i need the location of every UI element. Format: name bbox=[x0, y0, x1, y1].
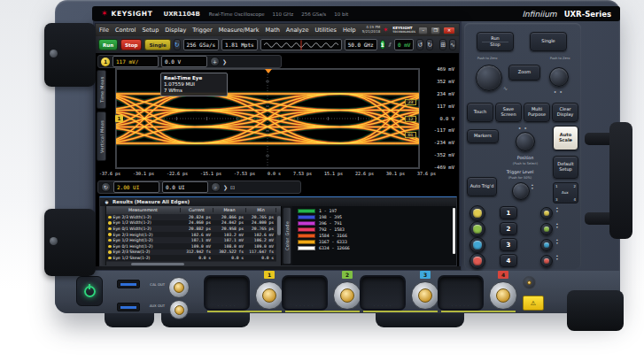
single-button[interactable]: Single bbox=[144, 39, 170, 50]
close-button[interactable]: ✕ bbox=[443, 27, 455, 35]
add-icon[interactable]: + bbox=[210, 57, 220, 66]
bandwidth-field[interactable]: 50.0 GHz bbox=[345, 39, 377, 50]
table-row[interactable]: Eye 1/2 Skew(1-2) 0.0 s 0.0 s 0.0 s bbox=[106, 255, 281, 261]
grid-settings-icon[interactable]: ⊞ bbox=[439, 39, 446, 50]
auto-scale-key[interactable]: Auto Scale bbox=[553, 126, 578, 150]
channel-scale-knob[interactable] bbox=[469, 237, 485, 253]
menu-item[interactable]: Trigger bbox=[192, 27, 212, 34]
channel-1-badge[interactable]: 1 bbox=[101, 58, 110, 66]
channel-scale-knob[interactable] bbox=[469, 221, 485, 237]
menu-item[interactable]: Utilities bbox=[314, 27, 336, 34]
touch-key[interactable]: Touch bbox=[467, 103, 493, 122]
auto-trigd-key[interactable]: Auto Trig'd bbox=[467, 177, 497, 196]
column-header[interactable]: Min bbox=[246, 208, 276, 212]
channel-on-off-key[interactable]: 1 bbox=[500, 206, 517, 219]
table-row[interactable]: Eye 0/1 Height(1-2) 109.0 mV 108.0 mV 10… bbox=[106, 243, 281, 250]
channel-offset-knob[interactable] bbox=[540, 239, 553, 251]
markers-key[interactable]: Markers bbox=[467, 129, 499, 143]
pan-icon[interactable]: ↻ bbox=[101, 182, 111, 192]
table-row[interactable]: Eye 1/2 Height(1-2) 107.1 mV 107.1 mV 10… bbox=[106, 237, 281, 243]
channel-offset-knob[interactable] bbox=[540, 207, 553, 219]
horizontal-position-knob[interactable] bbox=[549, 67, 569, 87]
column-header[interactable]: Mean bbox=[213, 208, 246, 212]
menu-item[interactable]: Help bbox=[343, 27, 356, 34]
usb-port[interactable] bbox=[117, 303, 140, 311]
waveform-settings-icon[interactable]: ∿ bbox=[449, 39, 456, 50]
waveform-display[interactable]: 1 Real-Time Eye 1.07559 MUI 7 Wfms 23 12… bbox=[115, 68, 420, 169]
column-header[interactable]: Current bbox=[181, 208, 213, 212]
color-grade-entry[interactable]: 198 - 395 bbox=[296, 214, 453, 220]
column-header[interactable]: Measurement bbox=[106, 208, 181, 212]
table-row[interactable]: Eye 2/3 Skew(1-2) 312.942 fs 302.522 fs … bbox=[106, 250, 281, 256]
save-screen-key[interactable]: Save Screen bbox=[495, 103, 522, 122]
hscale-field[interactable]: 2.00 UI bbox=[113, 181, 159, 193]
trigger-source-badge[interactable]: 1 bbox=[380, 40, 385, 50]
menu-item[interactable]: Analyze bbox=[286, 27, 309, 34]
single-key[interactable]: Single bbox=[530, 32, 567, 51]
menu-item[interactable]: Math bbox=[266, 27, 280, 34]
restore-button[interactable]: ❐ bbox=[431, 27, 440, 35]
redo-icon[interactable]: ↻ bbox=[426, 39, 433, 50]
table-row[interactable]: Eye 2/3 Height(1-2) 102.6 mV 103.2 mV 10… bbox=[106, 232, 281, 238]
table-vertical-scrollbar[interactable] bbox=[276, 214, 281, 262]
horizontal-scale-knob[interactable] bbox=[476, 65, 502, 91]
channel-scale-knob[interactable] bbox=[469, 205, 485, 221]
hposition-field[interactable]: 0.0 UI bbox=[162, 181, 208, 193]
stop-button[interactable]: Stop bbox=[120, 39, 142, 50]
multi-purpose-key[interactable]: Multi Purpose bbox=[524, 103, 550, 122]
channel-offset-knob[interactable] bbox=[540, 223, 553, 235]
expand-icon[interactable]: ❯ bbox=[222, 58, 227, 65]
usb-port[interactable] bbox=[117, 280, 140, 288]
zoom-mode-icon[interactable]: ⌕ bbox=[211, 182, 221, 192]
table-horizontal-scrollbar[interactable] bbox=[106, 262, 281, 265]
memory-depth-field[interactable]: 1.81 Mpts bbox=[221, 39, 258, 50]
zoom-key[interactable]: Zoom bbox=[508, 65, 540, 81]
acquisition-preview[interactable] bbox=[260, 39, 342, 50]
channel-offset-knob[interactable] bbox=[540, 255, 553, 267]
refresh-icon[interactable]: ↻ bbox=[174, 39, 181, 50]
minimize-button[interactable]: – bbox=[418, 27, 428, 35]
menu-item[interactable]: Control bbox=[115, 27, 136, 34]
table-row[interactable]: Eye 2/3 Width(1-2) 20.824 ps 20.866 ps 2… bbox=[106, 214, 281, 220]
channel-scale-knob[interactable] bbox=[469, 253, 485, 269]
collapse-icon[interactable]: ● bbox=[104, 199, 110, 205]
trigger-level-field[interactable]: 0 mV bbox=[394, 39, 414, 50]
markers-knob[interactable] bbox=[516, 132, 535, 151]
undo-icon[interactable]: ↺ bbox=[416, 39, 423, 50]
tab-color-grade[interactable]: Color Grade bbox=[283, 207, 291, 265]
table-row[interactable]: Eye 1/2 Width(1-2) 24.060 ps 24.042 ps 2… bbox=[106, 220, 281, 227]
tab-vertical-meas[interactable]: Vertical Meas bbox=[97, 111, 106, 161]
sample-rate-field[interactable]: 256 GSa/s bbox=[183, 39, 220, 50]
channel-on-off-key[interactable]: 3 bbox=[500, 238, 517, 251]
clear-display-key[interactable]: Clear Display bbox=[552, 103, 578, 122]
color-grade-entry[interactable]: 1584 - 3166 bbox=[296, 233, 453, 239]
channel-on-off-key[interactable]: 2 bbox=[500, 222, 517, 235]
default-setup-key[interactable]: Default Setup bbox=[553, 156, 578, 179]
color-grade-entry[interactable]: 3167 - 6333 bbox=[296, 239, 453, 245]
expand-icon[interactable]: ❯ bbox=[223, 184, 228, 190]
aux-selector[interactable]: 1 2 3 4 Aux bbox=[553, 182, 578, 204]
power-button[interactable] bbox=[76, 276, 103, 306]
trigger-time-marker[interactable] bbox=[265, 69, 272, 73]
color-grade-entry[interactable]: 396 - 791 bbox=[296, 220, 453, 227]
color-grade-entry[interactable]: 792 - 1583 bbox=[296, 227, 453, 233]
color-grade-entry[interactable]: 6334 - 12666 bbox=[296, 245, 453, 251]
channel-scale-field[interactable]: 117 mV/ bbox=[113, 56, 159, 67]
results-header[interactable]: ● Results (Measure All Edges) bbox=[100, 197, 456, 206]
window-icon[interactable]: ⊡ bbox=[230, 184, 235, 190]
run-button[interactable]: Run bbox=[98, 39, 118, 50]
trigger-level-knob[interactable] bbox=[512, 182, 530, 200]
ground-reference-marker[interactable]: 1 bbox=[115, 115, 123, 122]
color-grade-entry[interactable]: 1 - 197 bbox=[296, 208, 453, 214]
menu-item[interactable]: Setup bbox=[142, 27, 159, 34]
legend-scrollbar[interactable] bbox=[453, 208, 455, 254]
run-stop-key[interactable]: Run Stop bbox=[477, 32, 514, 51]
results-drag-grip[interactable] bbox=[100, 206, 106, 265]
menu-item[interactable]: Measure/Mark bbox=[219, 27, 260, 34]
menu-item[interactable]: File bbox=[99, 27, 109, 34]
menu-item[interactable]: Display bbox=[165, 27, 186, 34]
channel-on-off-key[interactable]: 4 bbox=[500, 254, 517, 267]
tab-time-meas[interactable]: Time Meas bbox=[97, 70, 106, 109]
channel-offset-field[interactable]: 0.0 V bbox=[161, 56, 207, 67]
table-row[interactable]: Eye 0/1 Width(1-2) 20.882 ps 20.958 ps 2… bbox=[106, 226, 281, 232]
